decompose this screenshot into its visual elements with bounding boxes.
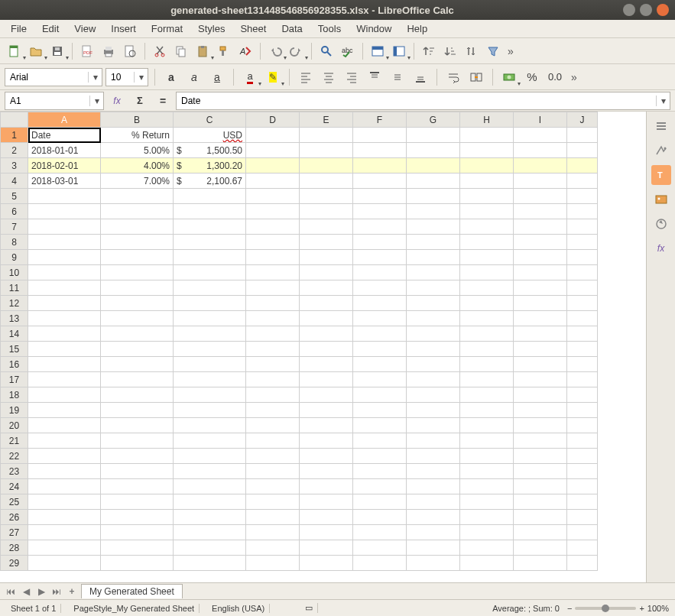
cell[interactable] bbox=[101, 433, 174, 449]
cell[interactable] bbox=[101, 189, 174, 204]
cell[interactable] bbox=[101, 250, 174, 265]
cell[interactable] bbox=[353, 280, 407, 296]
cell[interactable] bbox=[174, 219, 246, 235]
cell[interactable] bbox=[567, 372, 598, 387]
column-header-C[interactable]: C bbox=[174, 112, 246, 128]
cell[interactable] bbox=[514, 250, 567, 265]
cell[interactable] bbox=[460, 204, 514, 219]
cell[interactable] bbox=[514, 494, 567, 510]
cell[interactable] bbox=[460, 387, 514, 403]
cell[interactable] bbox=[460, 265, 514, 280]
cell[interactable] bbox=[174, 235, 246, 250]
cell[interactable] bbox=[567, 525, 598, 540]
cell[interactable] bbox=[460, 173, 514, 189]
cell[interactable] bbox=[567, 143, 598, 158]
cell[interactable] bbox=[353, 173, 407, 189]
cell[interactable] bbox=[567, 387, 598, 403]
cell-B1[interactable]: % Return bbox=[101, 128, 174, 143]
zoom-out-button[interactable]: − bbox=[567, 604, 572, 613]
chevron-down-icon[interactable]: ▾ bbox=[88, 72, 102, 83]
cell[interactable] bbox=[353, 418, 407, 433]
cell[interactable] bbox=[28, 418, 101, 433]
cell[interactable] bbox=[174, 433, 246, 449]
cell-A1[interactable]: Date bbox=[28, 128, 101, 143]
export-pdf-button[interactable]: PDF bbox=[77, 41, 97, 61]
cell[interactable] bbox=[567, 556, 598, 571]
cell[interactable] bbox=[28, 311, 101, 326]
cell[interactable] bbox=[101, 265, 174, 280]
cell[interactable] bbox=[300, 494, 353, 510]
function-button[interactable]: = bbox=[153, 91, 173, 111]
cell[interactable] bbox=[514, 158, 567, 173]
sidebar-functions-icon[interactable]: fx bbox=[651, 238, 671, 258]
redo-button[interactable] bbox=[287, 41, 307, 61]
cell[interactable] bbox=[353, 357, 407, 372]
cell[interactable] bbox=[460, 280, 514, 296]
cell[interactable] bbox=[246, 479, 300, 494]
chevron-down-icon[interactable]: ▾ bbox=[89, 96, 103, 106]
cell[interactable] bbox=[460, 296, 514, 311]
wrap-text-button[interactable] bbox=[443, 67, 463, 87]
cell[interactable] bbox=[28, 494, 101, 510]
italic-button[interactable]: a bbox=[184, 67, 204, 87]
row-header[interactable]: 12 bbox=[1, 296, 28, 311]
cell[interactable] bbox=[353, 510, 407, 525]
status-selection-mode[interactable]: ▭ bbox=[300, 603, 318, 613]
row-header-1[interactable]: 1 bbox=[1, 128, 28, 143]
cell[interactable] bbox=[300, 403, 353, 418]
align-bottom-button[interactable] bbox=[411, 67, 430, 87]
cell[interactable] bbox=[246, 418, 300, 433]
column-header-G[interactable]: G bbox=[407, 112, 460, 128]
save-button[interactable] bbox=[47, 41, 67, 61]
cell-B2[interactable]: 5.00% bbox=[101, 143, 174, 158]
sort-button[interactable] bbox=[462, 41, 482, 61]
cell[interactable] bbox=[28, 357, 101, 372]
cell[interactable] bbox=[407, 357, 460, 372]
row-header[interactable]: 6 bbox=[1, 204, 28, 219]
cell[interactable] bbox=[174, 357, 246, 372]
spreadsheet-grid[interactable]: A B C D E F G H I J 1 Date % Return USD … bbox=[0, 112, 646, 582]
cell[interactable] bbox=[514, 372, 567, 387]
cell[interactable] bbox=[174, 525, 246, 540]
cell[interactable] bbox=[407, 525, 460, 540]
cell[interactable] bbox=[246, 556, 300, 571]
cell[interactable] bbox=[246, 204, 300, 219]
font-name-input[interactable] bbox=[5, 69, 88, 86]
sum-button[interactable]: Σ bbox=[130, 91, 150, 111]
cell[interactable] bbox=[514, 449, 567, 464]
column-button[interactable] bbox=[389, 41, 409, 61]
cell[interactable] bbox=[514, 357, 567, 372]
cell[interactable] bbox=[300, 189, 353, 204]
cell[interactable] bbox=[246, 510, 300, 525]
cell[interactable] bbox=[514, 403, 567, 418]
chevron-down-icon[interactable]: ▾ bbox=[656, 96, 670, 106]
cell[interactable] bbox=[353, 296, 407, 311]
cell[interactable] bbox=[460, 449, 514, 464]
cell[interactable] bbox=[246, 280, 300, 296]
row-header[interactable]: 14 bbox=[1, 326, 28, 342]
cell[interactable] bbox=[300, 449, 353, 464]
cell[interactable] bbox=[300, 219, 353, 235]
cell[interactable] bbox=[101, 204, 174, 219]
cell[interactable] bbox=[28, 540, 101, 556]
cell[interactable] bbox=[460, 494, 514, 510]
cell[interactable] bbox=[246, 158, 300, 173]
row-header[interactable]: 23 bbox=[1, 464, 28, 479]
cell[interactable] bbox=[353, 326, 407, 342]
new-button[interactable] bbox=[5, 41, 24, 61]
cell[interactable] bbox=[460, 219, 514, 235]
align-middle-button[interactable] bbox=[388, 67, 407, 87]
tab-last-button[interactable]: ⏭ bbox=[50, 586, 63, 597]
cell[interactable] bbox=[514, 173, 567, 189]
cell[interactable] bbox=[101, 357, 174, 372]
cell[interactable] bbox=[101, 418, 174, 433]
cell[interactable] bbox=[460, 311, 514, 326]
cell[interactable] bbox=[246, 387, 300, 403]
toolbar-overflow-button[interactable]: » bbox=[505, 45, 517, 57]
cell[interactable] bbox=[28, 372, 101, 387]
cell[interactable] bbox=[460, 418, 514, 433]
row-header[interactable]: 24 bbox=[1, 479, 28, 494]
row-button[interactable] bbox=[368, 41, 388, 61]
cell[interactable] bbox=[101, 449, 174, 464]
cell[interactable] bbox=[567, 204, 598, 219]
